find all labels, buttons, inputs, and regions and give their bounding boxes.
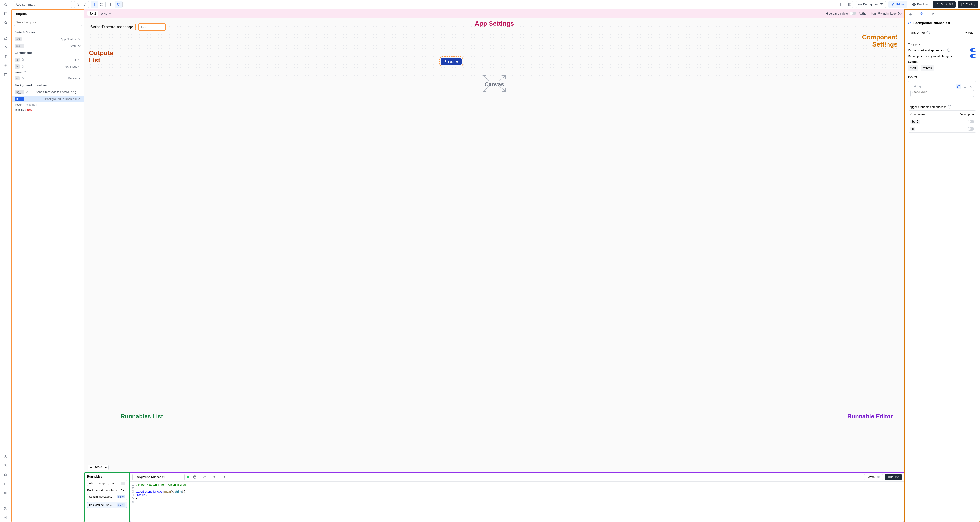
zoom-value: 100% [95, 466, 102, 469]
info-icon[interactable] [947, 48, 950, 52]
gear-icon[interactable] [3, 463, 8, 468]
canvas-grid[interactable]: Write Discord message: Press me [86, 19, 902, 78]
search-outputs-input[interactable] [14, 19, 82, 26]
code-editor[interactable]: 1// import * as wmill from "windmill-cli… [130, 482, 904, 522]
svg-point-7 [5, 492, 6, 493]
book-icon[interactable] [846, 1, 853, 8]
mobile-icon[interactable] [108, 1, 115, 8]
deploy-button[interactable]: Deploy [958, 1, 978, 8]
align-icon[interactable] [91, 1, 98, 8]
tab-sparkle[interactable] [918, 11, 925, 18]
run-count[interactable]: 2 [87, 11, 98, 16]
topbar: Debug runs (7) Editor Preview Draft ⌘S D… [11, 0, 980, 9]
trash-icon[interactable] [210, 474, 217, 481]
fullscreen-icon[interactable] [220, 474, 227, 481]
plug-input-icon[interactable] [969, 84, 974, 89]
runnable-item-scrape[interactable]: u/henri/scrape_githu...c [87, 480, 127, 486]
play-icon[interactable] [3, 45, 8, 50]
tab-add[interactable] [907, 11, 914, 18]
out-bg1-result: result : No items ([]) [12, 102, 84, 107]
press-button[interactable]: Press me [441, 58, 461, 65]
info-icon[interactable] [926, 31, 930, 35]
desktop-icon[interactable] [115, 1, 122, 8]
add-transformer-button[interactable]: +Add [963, 30, 976, 35]
svg-point-6 [5, 465, 6, 466]
help-icon[interactable] [3, 506, 8, 511]
recompute-c-toggle[interactable] [967, 127, 974, 130]
folder-icon[interactable] [3, 481, 8, 487]
chevron-up-icon [78, 97, 81, 101]
zoom-in-button[interactable]: + [104, 466, 108, 469]
preview-button[interactable]: Preview [909, 1, 931, 8]
link-input-icon[interactable] [963, 84, 967, 89]
svg-point-17 [194, 476, 196, 477]
out-b-result: result : "" [12, 70, 84, 75]
puzzle-icon[interactable] [3, 472, 8, 477]
run-button[interactable]: Run⌘↵ [885, 474, 902, 480]
runnables-title: Runnables [87, 475, 127, 478]
home-icon[interactable] [3, 11, 8, 16]
debug-count: (7) [880, 3, 883, 6]
dollar-icon[interactable] [3, 54, 8, 59]
debug-label: Debug runs [863, 3, 878, 6]
out-b[interactable]: bText Input [12, 63, 84, 70]
exit-icon[interactable] [3, 515, 8, 520]
run-mode-select[interactable]: once [101, 11, 112, 15]
svg-rect-9 [111, 3, 112, 6]
svg-rect-10 [117, 3, 120, 5]
hide-bar-toggle[interactable] [850, 11, 856, 15]
refresh-icon[interactable] [121, 488, 124, 492]
svg-point-5 [5, 455, 6, 457]
more-icon[interactable] [837, 1, 844, 8]
svg-point-1 [5, 65, 6, 66]
draft-button[interactable]: Draft ⌘S [932, 1, 956, 8]
hand-icon [21, 76, 24, 80]
trigger-start-toggle[interactable] [970, 48, 976, 52]
runnable-item-bg1[interactable]: Background Run...bg_1 [87, 502, 127, 508]
undo-button[interactable] [74, 1, 81, 8]
tab-brush[interactable] [929, 11, 935, 18]
editor-button[interactable]: Editor [888, 1, 907, 8]
logo-icon[interactable] [3, 2, 8, 7]
out-bg0[interactable]: bg_0Send a message to discord using webh… [12, 89, 84, 95]
format-button[interactable]: Format⌘S [864, 474, 883, 480]
canvas-body[interactable]: App Settings Component Settings Outputs … [84, 18, 904, 472]
out-c[interactable]: cButton [12, 75, 84, 82]
eye-icon[interactable] [3, 490, 8, 496]
atom-icon[interactable] [3, 63, 8, 68]
wand-icon[interactable] [200, 474, 208, 481]
out-bg1[interactable]: bg_1Background Runnable 0 [12, 95, 84, 102]
info-icon[interactable] [948, 105, 951, 109]
house-icon[interactable] [3, 35, 8, 41]
summary-input[interactable] [13, 1, 72, 8]
runnable-item-discord[interactable]: Send a message...bg_0 [87, 493, 127, 500]
trigger-row-bg0: bg_0 [908, 118, 976, 125]
left-rail [0, 0, 11, 522]
svg-rect-0 [4, 13, 7, 15]
runnable-name-input[interactable] [132, 474, 185, 480]
static-value-input[interactable] [910, 90, 974, 97]
refresh-icon [89, 11, 93, 15]
out-state[interactable]: stateState [12, 43, 84, 49]
out-ctx[interactable]: ctxApp Context [12, 36, 84, 43]
db-icon[interactable] [191, 474, 198, 481]
trigger-recompute-toggle[interactable] [970, 54, 976, 58]
zoom-out-button[interactable]: − [89, 466, 93, 469]
hand-icon [21, 58, 25, 62]
info-icon[interactable] [898, 11, 902, 15]
edit-input-icon[interactable] [956, 84, 961, 89]
redo-button[interactable] [81, 1, 89, 8]
star-icon[interactable] [3, 20, 8, 25]
recompute-bg0-toggle[interactable] [967, 120, 974, 123]
out-a[interactable]: aText [12, 56, 84, 63]
calendar-icon[interactable] [3, 72, 8, 77]
debug-button[interactable]: Debug runs (7) [855, 1, 886, 8]
outputs-panel: Outputs State & Context ctxApp Context s… [11, 9, 84, 522]
hand-icon [21, 65, 25, 68]
discord-input[interactable] [138, 23, 165, 30]
add-bg-button[interactable]: + [125, 488, 127, 492]
editor-panel: Format⌘S Run⌘↵ 1// import * as wmill fro… [130, 472, 904, 522]
user-icon[interactable] [3, 454, 8, 459]
event-start: start [908, 65, 918, 70]
expand-icon[interactable] [98, 1, 105, 8]
